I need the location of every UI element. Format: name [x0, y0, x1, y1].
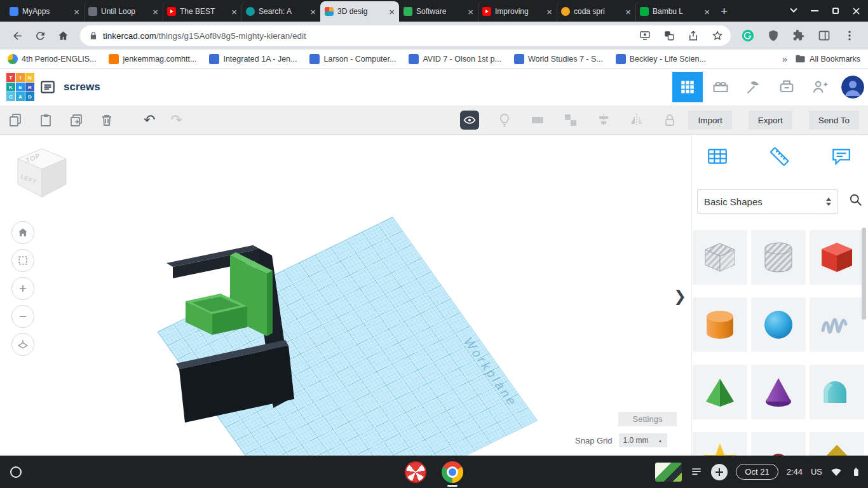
snap-grid-dropdown[interactable]: 1.0 mm ▲	[619, 433, 667, 447]
tab-list-chevron-icon[interactable]	[783, 0, 804, 22]
design-title[interactable]: screws	[64, 81, 100, 93]
delete-trash-icon[interactable]	[99, 112, 114, 128]
window-restore-button[interactable]	[825, 0, 846, 22]
shape-box[interactable]	[810, 230, 864, 285]
tab-close-icon[interactable]: ×	[310, 7, 316, 17]
shape-partial-2[interactable]	[810, 432, 864, 456]
tab-close-icon[interactable]: ×	[74, 7, 79, 17]
align-icon[interactable]	[596, 112, 611, 128]
shape-roof[interactable]	[810, 365, 864, 419]
battery-icon[interactable]	[850, 466, 860, 478]
show-all-button[interactable]	[460, 111, 479, 130]
shape-star[interactable]	[693, 432, 747, 456]
bricks-view-button[interactable]	[705, 72, 736, 102]
lock-icon[interactable]	[662, 112, 677, 128]
tab-close-icon[interactable]: ×	[546, 7, 552, 17]
browser-tab-3d-design-active[interactable]: 3D desig×	[320, 1, 399, 22]
shape-partial-1[interactable]	[751, 432, 806, 456]
window-close-button[interactable]	[846, 0, 867, 22]
ruler-tool-icon[interactable]	[767, 144, 792, 169]
tab-close-icon[interactable]: ×	[231, 7, 237, 17]
group-icon[interactable]	[530, 112, 545, 128]
import-button[interactable]: Import	[688, 111, 731, 130]
bookmark-star-icon[interactable]	[708, 26, 727, 45]
tab-close-icon[interactable]: ×	[153, 7, 158, 17]
bookmark-item[interactable]: 4th Period-ENGLIS...	[8, 54, 96, 64]
export-button[interactable]: Export	[749, 111, 792, 130]
extensions-puzzle-icon[interactable]	[788, 25, 810, 46]
tab-close-icon[interactable]: ×	[468, 7, 473, 17]
clock-time[interactable]: 2:44	[787, 467, 803, 477]
print-view-button[interactable]	[771, 72, 802, 102]
mirror-flip-icon[interactable]	[629, 112, 644, 128]
panel-collapse-icon[interactable]: ❯	[674, 287, 686, 305]
bookmarks-overflow-icon[interactable]: »	[782, 53, 787, 64]
browser-tab-until-loop[interactable]: Until Loop×	[84, 1, 163, 22]
date-pill[interactable]: Oct 21	[736, 464, 778, 480]
ungroup-icon[interactable]	[563, 112, 578, 128]
install-app-icon[interactable]	[635, 26, 654, 45]
send-to-button[interactable]: Send To	[809, 111, 859, 130]
paste-icon[interactable]	[38, 112, 53, 128]
back-button[interactable]	[6, 25, 28, 46]
home-button[interactable]	[52, 25, 74, 46]
wifi-icon[interactable]	[831, 466, 842, 478]
view-cube[interactable]: TOP LEFT	[10, 142, 74, 206]
shape-sphere[interactable]	[751, 297, 806, 352]
address-bar[interactable]: tinkercad.com/things/g1SAof8v8g5-mighty-…	[80, 25, 731, 46]
window-minimize-button[interactable]	[804, 0, 825, 22]
screenshot-thumbnail[interactable]	[655, 463, 682, 482]
home-view-button[interactable]	[11, 221, 34, 244]
tab-close-icon[interactable]: ×	[389, 7, 395, 17]
bookmark-item[interactable]: AVID 7 - Olson 1st p...	[409, 54, 501, 64]
chrome-app-icon[interactable]	[442, 461, 463, 483]
pinned-app-icon-red[interactable]	[405, 461, 426, 483]
workplane-tool-icon[interactable]	[705, 144, 730, 169]
shape-pyramid[interactable]	[693, 365, 747, 419]
browser-tab-myapps[interactable]: MyApps×	[5, 1, 84, 22]
3d-viewport[interactable]: Workplane TOP LEFT ❯ Settings Snap Grid …	[0, 135, 691, 456]
share-icon[interactable]	[684, 26, 703, 45]
share-design-button[interactable]	[804, 72, 835, 102]
redo-icon[interactable]: ↷	[170, 113, 182, 127]
tab-close-icon[interactable]: ×	[625, 7, 631, 17]
shape-cone[interactable]	[751, 365, 806, 419]
browser-tab-search[interactable]: Search: A×	[241, 1, 320, 22]
fit-view-button[interactable]	[11, 249, 34, 272]
new-tab-button[interactable]: +	[721, 5, 728, 17]
design-properties-icon[interactable]	[39, 79, 56, 95]
bookmark-item[interactable]: World Studies 7 - S...	[514, 54, 603, 64]
bookmark-item[interactable]: Integrated 1A - Jen...	[209, 54, 297, 64]
browser-tab-improving[interactable]: Improving×	[478, 1, 557, 22]
bookmark-item[interactable]: Larson - Computer...	[309, 54, 396, 64]
shape-category-dropdown[interactable]: Basic Shapes	[697, 189, 838, 214]
browser-tab-coda[interactable]: coda spri×	[557, 1, 635, 22]
tinkercad-logo[interactable]: TIN KER CAD	[6, 73, 34, 101]
perspective-toggle-button[interactable]	[11, 333, 34, 356]
settings-button[interactable]: Settings	[618, 412, 677, 426]
side-panel-icon[interactable]	[813, 25, 835, 46]
notes-tool-icon[interactable]	[829, 144, 854, 169]
zoom-out-button[interactable]	[11, 305, 34, 328]
all-bookmarks-button[interactable]: All Bookmarks	[795, 53, 860, 64]
shape-cylinder-hole[interactable]	[751, 230, 806, 285]
browser-tab-software[interactable]: Software×	[399, 1, 478, 22]
browser-tab-the-best[interactable]: The BEST×	[163, 1, 241, 22]
launcher-icon[interactable]	[10, 466, 22, 478]
shape-cylinder[interactable]	[693, 297, 747, 352]
tab-close-icon[interactable]: ×	[704, 7, 710, 17]
minecraft-view-button[interactable]	[738, 72, 769, 102]
bookmark-item[interactable]: jenkemmag.comhtt...	[109, 54, 196, 64]
copy-icon[interactable]	[8, 112, 23, 128]
shape-box-hole[interactable]	[693, 230, 747, 285]
translate-icon[interactable]	[660, 26, 679, 45]
tote-lines-icon[interactable]	[690, 466, 703, 478]
bookmark-item[interactable]: Beckley - Life Scien...	[616, 54, 706, 64]
panel-scrollbar[interactable]	[862, 227, 866, 320]
user-avatar[interactable]	[841, 76, 864, 98]
workplane-grid[interactable]: Workplane	[157, 217, 538, 456]
reload-button[interactable]	[29, 25, 51, 46]
undo-icon[interactable]: ↶	[144, 113, 155, 127]
browser-menu-kebab-icon[interactable]	[839, 25, 860, 46]
duplicate-icon[interactable]	[69, 112, 84, 128]
